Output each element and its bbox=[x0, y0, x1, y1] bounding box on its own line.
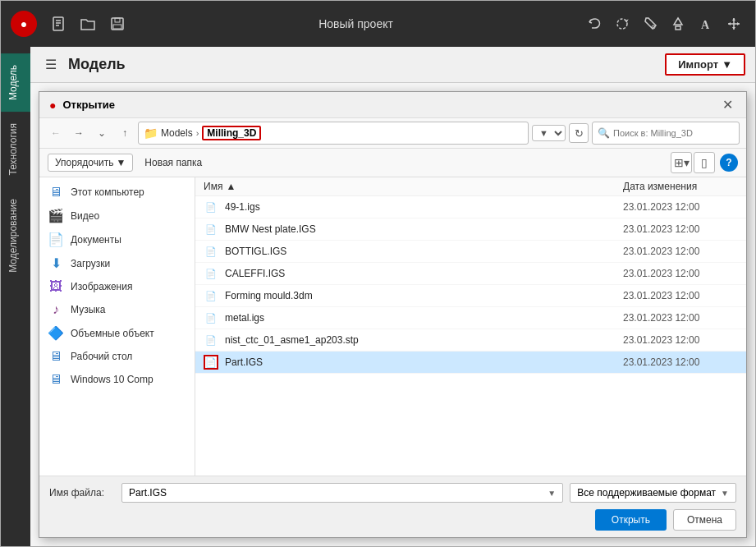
rotate-icon[interactable] bbox=[611, 12, 634, 35]
nav-item-windows[interactable]: 🖥 Windows 10 Comp bbox=[39, 368, 195, 391]
file-name: 49-1.igs bbox=[225, 201, 623, 213]
file-row[interactable]: 📄nist_ctc_01_asme1_ap203.stp23.01.2023 1… bbox=[195, 329, 746, 352]
file-browser: 🖥 Этот компьютер 🎬 Видео 📄 Документы bbox=[39, 177, 746, 476]
app-logo[interactable]: ● bbox=[11, 11, 37, 37]
sort-button[interactable]: Упорядочить ▼ bbox=[48, 154, 133, 172]
text-icon[interactable]: A bbox=[694, 12, 717, 35]
nav-item-desktop[interactable]: 🖥 Рабочий стол bbox=[39, 345, 195, 368]
import-button[interactable]: Импорт ▼ bbox=[665, 53, 745, 76]
filename-row: Имя файла: Part.IGS ▼ Все поддерживаемые… bbox=[49, 483, 736, 503]
file-name: metal.igs bbox=[225, 312, 623, 324]
dialog-title-text: Открытие bbox=[62, 99, 712, 111]
file-open-dialog: ● Открытие ✕ ← → ⌄ ↑ 📁 Models › bbox=[39, 91, 747, 538]
breadcrumb-root: Models bbox=[161, 127, 193, 139]
svg-rect-6 bbox=[676, 26, 680, 30]
tool2-icon[interactable] bbox=[667, 12, 690, 35]
format-selector[interactable]: Все поддерживаемые формат ▼ bbox=[570, 483, 736, 503]
desktop-icon: 🖥 bbox=[48, 349, 64, 364]
file-date: 23.01.2023 12:00 bbox=[623, 201, 738, 213]
format-dropdown-arrow: ▼ bbox=[721, 489, 729, 498]
tab-modeling[interactable]: Моделирование bbox=[1, 187, 30, 284]
location-dropdown[interactable]: ▼ bbox=[532, 125, 566, 141]
nav-item-objects[interactable]: 🔷 Объемные объект bbox=[39, 321, 195, 345]
video-icon: 🎬 bbox=[48, 208, 64, 223]
svg-text:A: A bbox=[701, 19, 710, 31]
nav-forward-button[interactable]: → bbox=[69, 123, 89, 143]
nav-item-images[interactable]: 🖼 Изображения bbox=[39, 275, 195, 298]
panel-title: Модель bbox=[68, 56, 126, 73]
move-icon[interactable] bbox=[722, 12, 745, 35]
column-date-header[interactable]: Дата изменения bbox=[623, 181, 738, 192]
breadcrumb-separator: › bbox=[196, 128, 199, 138]
file-icon: 📄 bbox=[204, 310, 218, 325]
save-icon[interactable] bbox=[106, 12, 129, 35]
nav-item-computer[interactable]: 🖥 Этот компьютер bbox=[39, 181, 195, 204]
view-pane-button[interactable]: ▯ bbox=[694, 152, 715, 173]
nav-panel: 🖥 Этот компьютер 🎬 Видео 📄 Документы bbox=[39, 177, 195, 476]
file-rows-container: 📄49-1.igs23.01.2023 12:00📄BMW Nest plate… bbox=[195, 196, 746, 374]
windows-icon: 🖥 bbox=[48, 372, 64, 387]
nav-bar: ← → ⌄ ↑ 📁 Models › Milling_3D ▼ bbox=[39, 118, 746, 149]
file-row[interactable]: 📄Forming mould.3dm23.01.2023 12:00 bbox=[195, 285, 746, 307]
computer-icon: 🖥 bbox=[48, 185, 64, 200]
file-date: 23.01.2023 12:00 bbox=[623, 334, 738, 346]
nav-item-video[interactable]: 🎬 Видео bbox=[39, 204, 195, 228]
undo-icon[interactable] bbox=[583, 12, 606, 35]
file-icon: 📄 bbox=[204, 355, 218, 370]
file-row[interactable]: 📄BMW Nest plate.IGS23.01.2023 12:00 bbox=[195, 218, 746, 241]
breadcrumb-current[interactable]: Milling_3D bbox=[202, 126, 261, 140]
dialog-close-button[interactable]: ✕ bbox=[719, 97, 736, 113]
open-folder-icon[interactable] bbox=[76, 12, 99, 35]
cancel-button[interactable]: Отмена bbox=[673, 509, 736, 531]
column-name-header[interactable]: Имя ▲ bbox=[204, 181, 623, 192]
tab-model[interactable]: Модель bbox=[1, 53, 30, 112]
footer-buttons: Открыть Отмена bbox=[595, 509, 736, 531]
breadcrumb-bar[interactable]: 📁 Models › Milling_3D bbox=[138, 122, 529, 145]
dialog-title-icon: ● bbox=[49, 99, 56, 112]
svg-rect-0 bbox=[53, 17, 63, 30]
help-button[interactable]: ? bbox=[720, 154, 738, 172]
view-details-button[interactable]: ⊞▾ bbox=[671, 152, 692, 173]
objects-icon: 🔷 bbox=[48, 325, 64, 341]
nav-item-download[interactable]: ⬇ Загрузки bbox=[39, 251, 195, 275]
file-list-header: Имя ▲ Дата изменения bbox=[195, 177, 746, 196]
search-bar: 🔍 bbox=[592, 122, 740, 145]
left-tabs: Модель Технология Моделирование bbox=[1, 47, 30, 546]
file-icon: 📄 bbox=[204, 222, 218, 237]
file-row[interactable]: 📄metal.igs23.01.2023 12:00 bbox=[195, 307, 746, 329]
file-row[interactable]: 📄49-1.igs23.01.2023 12:00 bbox=[195, 196, 746, 218]
open-button[interactable]: Открыть bbox=[595, 509, 667, 531]
tab-technology[interactable]: Технология bbox=[1, 112, 30, 187]
hamburger-icon[interactable]: ☰ bbox=[40, 55, 62, 74]
file-name: nist_ctc_01_asme1_ap203.stp bbox=[225, 334, 623, 346]
dialog-footer: Имя файла: Part.IGS ▼ Все поддерживаемые… bbox=[39, 476, 746, 537]
file-date: 23.01.2023 12:00 bbox=[623, 290, 738, 301]
file-date: 23.01.2023 12:00 bbox=[623, 312, 738, 324]
import-dropdown-arrow: ▼ bbox=[722, 58, 732, 71]
nav-back-button[interactable]: ← bbox=[46, 123, 66, 143]
file-icon: 📄 bbox=[204, 200, 218, 214]
file-date: 23.01.2023 12:00 bbox=[623, 268, 738, 279]
dialog-titlebar: ● Открытие ✕ bbox=[39, 92, 746, 118]
file-row[interactable]: 📄CALEFFI.IGS23.01.2023 12:00 bbox=[195, 263, 746, 285]
file-row[interactable]: 📄BOTTIGL.IGS23.01.2023 12:00 bbox=[195, 241, 746, 263]
file-name: Part.IGS bbox=[225, 356, 623, 368]
tool1-icon[interactable] bbox=[639, 12, 662, 35]
file-toolbar-row: Упорядочить ▼ Новая папка ⊞▾ ▯ ? bbox=[39, 149, 746, 177]
nav-item-docs[interactable]: 📄 Документы bbox=[39, 228, 195, 251]
file-icon: 📄 bbox=[204, 266, 218, 281]
svg-rect-3 bbox=[113, 25, 121, 29]
file-icon: 📄 bbox=[204, 244, 218, 259]
nav-up-button[interactable]: ↑ bbox=[115, 123, 135, 143]
nav-dropdown-button[interactable]: ⌄ bbox=[92, 123, 112, 143]
panel-header: ☰ Модель Импорт ▼ bbox=[30, 47, 755, 83]
docs-icon: 📄 bbox=[48, 232, 64, 247]
refresh-button[interactable]: ↻ bbox=[569, 123, 589, 143]
search-input[interactable] bbox=[613, 128, 734, 138]
new-file-icon[interactable] bbox=[47, 12, 70, 35]
nav-item-music[interactable]: ♪ Музыка bbox=[39, 298, 195, 321]
main-panel: ☰ Модель Импорт ▼ ● Открытие ✕ bbox=[30, 47, 755, 546]
new-folder-button[interactable]: Новая папка bbox=[138, 154, 208, 171]
filename-input[interactable]: Part.IGS ▼ bbox=[121, 483, 563, 503]
file-row[interactable]: 📄Part.IGS23.01.2023 12:00 bbox=[195, 352, 746, 374]
